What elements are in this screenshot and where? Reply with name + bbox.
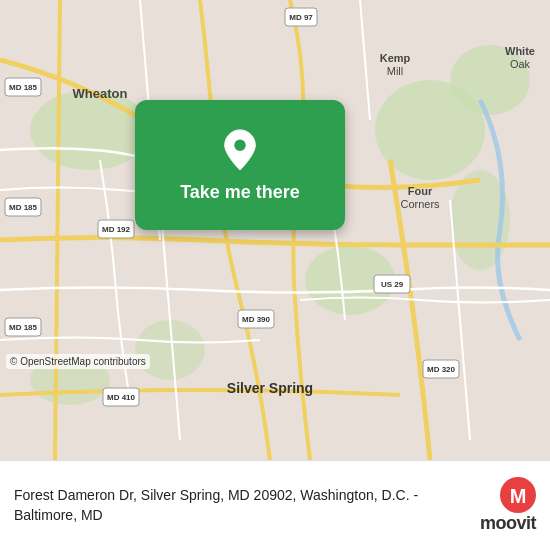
map-container: MD 97 MD 185 MD 185 MD 185 MD 192 MD 390… bbox=[0, 0, 550, 460]
svg-text:MD 185: MD 185 bbox=[9, 323, 38, 332]
moovit-icon: M bbox=[500, 477, 536, 513]
location-pin-icon bbox=[221, 128, 259, 172]
svg-point-1 bbox=[30, 90, 150, 170]
svg-text:MD 97: MD 97 bbox=[289, 13, 313, 22]
svg-text:MD 192: MD 192 bbox=[102, 225, 131, 234]
svg-text:Corners: Corners bbox=[400, 198, 440, 210]
svg-text:MD 410: MD 410 bbox=[107, 393, 136, 402]
cta-button[interactable]: Take me there bbox=[135, 100, 345, 230]
svg-text:Mill: Mill bbox=[387, 65, 404, 77]
svg-text:Oak: Oak bbox=[510, 58, 531, 70]
cta-label-text: Take me there bbox=[180, 182, 300, 203]
svg-text:US 29: US 29 bbox=[381, 280, 404, 289]
svg-text:MD 185: MD 185 bbox=[9, 203, 38, 212]
svg-text:Silver Spring: Silver Spring bbox=[227, 380, 313, 396]
osm-credit: © OpenStreetMap contributors bbox=[6, 354, 150, 369]
svg-text:Kemp: Kemp bbox=[380, 52, 411, 64]
svg-text:Four: Four bbox=[408, 185, 433, 197]
map-svg: MD 97 MD 185 MD 185 MD 185 MD 192 MD 390… bbox=[0, 0, 550, 460]
svg-text:White: White bbox=[505, 45, 535, 57]
svg-text:MD 185: MD 185 bbox=[9, 83, 38, 92]
svg-point-34 bbox=[234, 139, 245, 150]
moovit-logo: M moovit bbox=[466, 477, 536, 534]
info-bar: Forest Dameron Dr, Silver Spring, MD 209… bbox=[0, 460, 550, 550]
svg-text:MD 390: MD 390 bbox=[242, 315, 271, 324]
svg-text:Wheaton: Wheaton bbox=[73, 86, 128, 101]
svg-text:M: M bbox=[510, 485, 527, 507]
address-text: Forest Dameron Dr, Silver Spring, MD 209… bbox=[14, 486, 456, 525]
moovit-brand-text: moovit bbox=[480, 513, 536, 534]
svg-text:MD 320: MD 320 bbox=[427, 365, 456, 374]
